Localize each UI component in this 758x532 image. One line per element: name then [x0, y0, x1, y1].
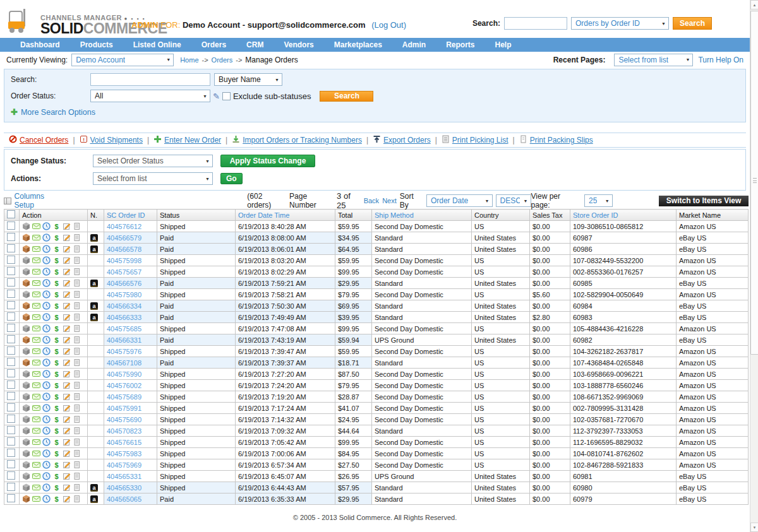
- back-link[interactable]: Back: [364, 197, 379, 204]
- row-checkbox[interactable]: [7, 494, 15, 502]
- row-checkbox[interactable]: [7, 483, 15, 491]
- notes-icon[interactable]: [73, 358, 81, 367]
- history-clock-icon[interactable]: [42, 256, 51, 264]
- edit-order-icon[interactable]: [63, 233, 71, 242]
- history-clock-icon[interactable]: [42, 393, 51, 401]
- notes-icon[interactable]: [73, 415, 81, 423]
- package-icon[interactable]: [22, 472, 30, 480]
- edit-order-icon[interactable]: [63, 245, 71, 253]
- edit-order-icon[interactable]: [63, 415, 71, 423]
- history-clock-icon[interactable]: [42, 245, 51, 253]
- sc-order-id-link[interactable]: 404575690: [107, 416, 141, 423]
- package-icon[interactable]: [22, 495, 30, 503]
- sc-order-id-link[interactable]: 404566331: [107, 336, 141, 344]
- history-clock-icon[interactable]: [42, 415, 51, 423]
- change-status-select[interactable]: Select Order Status▼: [93, 155, 213, 167]
- history-clock-icon[interactable]: [42, 438, 51, 446]
- payment-dollar-icon[interactable]: $: [52, 358, 61, 367]
- history-clock-icon[interactable]: [42, 370, 51, 378]
- nav-item-admin[interactable]: Admin: [392, 40, 436, 49]
- payment-dollar-icon[interactable]: $: [52, 290, 61, 299]
- sort-direction-select[interactable]: DESC▼: [496, 194, 531, 207]
- action-link-enter-new-order[interactable]: Enter New Order: [164, 136, 221, 145]
- sc-order-id-link[interactable]: 404576615: [107, 439, 141, 446]
- sc-order-id-link[interactable]: 404575657: [107, 268, 141, 276]
- sc-order-id-link[interactable]: 404567108: [107, 359, 141, 367]
- notes-icon[interactable]: [73, 233, 81, 242]
- payment-dollar-icon[interactable]: $: [52, 222, 61, 230]
- payment-dollar-icon[interactable]: $: [52, 438, 61, 446]
- sc-order-id-link[interactable]: 404576612: [107, 223, 141, 230]
- history-clock-icon[interactable]: [42, 290, 51, 299]
- notes-icon[interactable]: [73, 483, 81, 492]
- amazon-note-icon[interactable]: a: [90, 314, 98, 321]
- edit-order-icon[interactable]: [63, 472, 71, 480]
- email-icon[interactable]: [32, 233, 40, 242]
- scroll-down-icon[interactable]: ▼: [750, 523, 758, 532]
- email-icon[interactable]: [32, 393, 40, 401]
- notes-icon[interactable]: [73, 381, 81, 389]
- row-checkbox[interactable]: [7, 256, 15, 264]
- payment-dollar-icon[interactable]: $: [52, 449, 61, 458]
- sc-order-id-link[interactable]: 404566578: [107, 245, 141, 253]
- row-checkbox[interactable]: [7, 278, 15, 287]
- history-clock-icon[interactable]: [42, 381, 51, 389]
- edit-order-icon[interactable]: [63, 461, 71, 469]
- breadcrumb-orders-link[interactable]: Orders: [212, 56, 233, 64]
- apply-status-change-button[interactable]: Apply Status Change: [220, 155, 315, 167]
- package-icon[interactable]: [22, 302, 30, 310]
- notes-icon[interactable]: [73, 370, 81, 378]
- notes-icon[interactable]: [73, 222, 81, 230]
- action-link-print-picking-list[interactable]: Print Picking List: [452, 136, 508, 145]
- scrollbar-thumb[interactable]: [750, 11, 758, 355]
- package-icon[interactable]: [22, 370, 30, 378]
- notes-icon[interactable]: [73, 438, 81, 446]
- package-icon[interactable]: [22, 358, 30, 367]
- package-icon[interactable]: [22, 233, 30, 242]
- history-clock-icon[interactable]: [42, 279, 51, 287]
- edit-order-icon[interactable]: [63, 336, 71, 344]
- sc-order-id-link[interactable]: 404575976: [107, 348, 141, 355]
- action-link-void-shipments[interactable]: Void Shipments: [90, 136, 143, 145]
- row-checkbox[interactable]: [7, 460, 15, 468]
- edit-order-icon[interactable]: [63, 427, 71, 435]
- notes-icon[interactable]: [73, 245, 81, 253]
- notes-icon[interactable]: [73, 347, 81, 355]
- sc-order-id-link[interactable]: 404575969: [107, 461, 141, 469]
- package-icon[interactable]: [22, 483, 30, 492]
- action-link-print-packing-slips[interactable]: Print Packing Slips: [530, 136, 593, 145]
- notes-icon[interactable]: [73, 324, 81, 333]
- action-link-cancel-orders[interactable]: Cancel Orders: [20, 136, 68, 145]
- payment-dollar-icon[interactable]: $: [52, 483, 61, 492]
- edit-order-icon[interactable]: [63, 404, 71, 412]
- package-icon[interactable]: [22, 393, 30, 401]
- payment-dollar-icon[interactable]: $: [52, 461, 61, 469]
- header-search-button[interactable]: Search: [673, 17, 712, 30]
- sort-field-select[interactable]: Order Date▼: [426, 194, 493, 207]
- notes-icon[interactable]: [73, 302, 81, 310]
- package-icon[interactable]: [22, 438, 30, 446]
- email-icon[interactable]: [32, 302, 40, 310]
- edit-order-icon[interactable]: [63, 279, 71, 287]
- row-checkbox[interactable]: [7, 267, 15, 275]
- history-clock-icon[interactable]: [42, 427, 51, 435]
- panel-search-button[interactable]: Search: [320, 91, 373, 102]
- notes-icon[interactable]: [73, 279, 81, 287]
- sc-order-id-link[interactable]: 404575689: [107, 393, 141, 401]
- payment-dollar-icon[interactable]: $: [52, 393, 61, 401]
- email-icon[interactable]: [32, 279, 40, 287]
- history-clock-icon[interactable]: [42, 472, 51, 480]
- email-icon[interactable]: [32, 438, 40, 446]
- sc-order-id-link[interactable]: 404566576: [107, 280, 141, 287]
- package-icon[interactable]: [22, 415, 30, 423]
- history-clock-icon[interactable]: [42, 358, 51, 367]
- breadcrumb-home-link[interactable]: Home: [180, 56, 198, 64]
- email-icon[interactable]: [32, 404, 40, 412]
- notes-icon[interactable]: [73, 393, 81, 401]
- row-checkbox[interactable]: [7, 437, 15, 446]
- history-clock-icon[interactable]: [42, 449, 51, 458]
- nav-item-help[interactable]: Help: [485, 40, 522, 49]
- next-link[interactable]: Next: [382, 197, 397, 204]
- package-icon[interactable]: [22, 347, 30, 355]
- email-icon[interactable]: [32, 313, 40, 321]
